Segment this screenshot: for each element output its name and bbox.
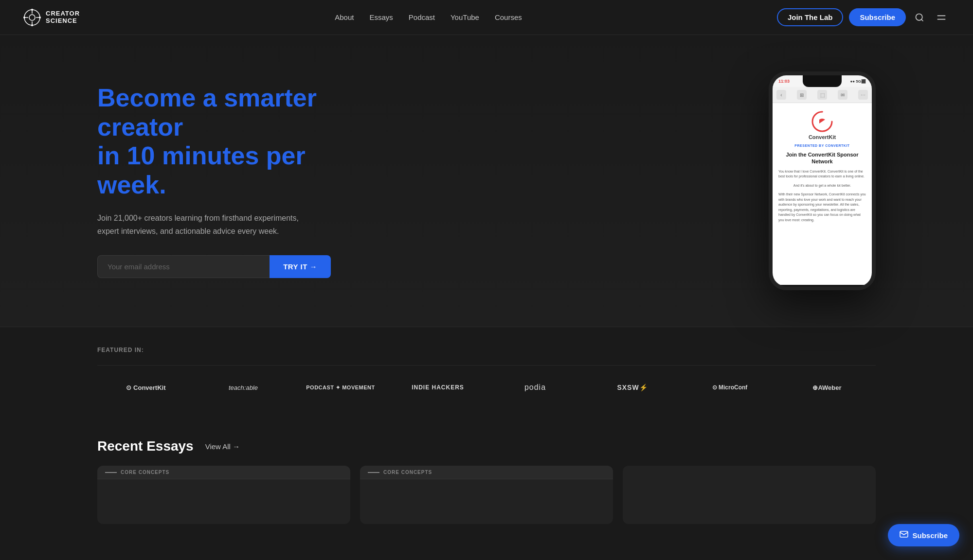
nav-item-about[interactable]: About (335, 13, 354, 21)
essay-cards-container: CORE CONCEPTS CORE CONCEPTS (97, 466, 876, 524)
svg-point-9 (39, 17, 41, 18)
featured-logo-podcast-movement: PODCAST ✦ MOVEMENT (292, 377, 389, 399)
phone-body2: And it's about to get a whole lot better… (793, 183, 851, 189)
featured-label: FEATURED IN: (97, 347, 876, 353)
featured-logos: ⊙ ConvertKit teach:able PODCAST ✦ MOVEME… (97, 365, 876, 400)
floating-subscribe-label: Subscribe (912, 531, 948, 540)
floating-subscribe-button[interactable]: Subscribe (888, 524, 959, 546)
convertkit-logo-icon (811, 111, 833, 132)
hero-section: Become a smarter creatorin 10 minutes pe… (0, 35, 973, 327)
nav-item-essays[interactable]: Essays (369, 13, 393, 21)
phone-content-area: ConvertKit PRESENTED BY CONVERTKIT Join … (773, 103, 872, 285)
phone-mockup: 11:03 ●● 5G⬛ ‹ ⊞ ⬚ ✉ ⋯ Convert (769, 71, 876, 290)
essays-section-header: Recent Essays View All → (97, 438, 876, 454)
browser-back-icon: ‹ (776, 90, 786, 100)
essay-card-1[interactable]: CORE CONCEPTS (97, 466, 350, 524)
nav-item-courses[interactable]: Courses (495, 13, 522, 21)
featured-logo-convertkit: ⊙ ConvertKit (97, 376, 195, 399)
search-button[interactable] (912, 10, 927, 25)
svg-point-10 (916, 14, 922, 20)
phone-brand-name: ConvertKit (809, 134, 836, 140)
essay-card-3[interactable] (623, 466, 876, 524)
browser-icon-1: ⊞ (797, 90, 807, 100)
view-all-link[interactable]: View All → (205, 442, 240, 451)
essay-card-1-tag-label: CORE CONCEPTS (121, 470, 169, 475)
essay-card-2[interactable]: CORE CONCEPTS (360, 466, 613, 524)
browser-icon-2: ⬚ (817, 90, 827, 100)
phone-notch (803, 75, 842, 87)
hero-content: Become a smarter creatorin 10 minutes pe… (97, 84, 350, 279)
featured-logo-podia: podia (486, 375, 584, 400)
search-icon (915, 13, 924, 22)
nav-actions: Join The Lab Subscribe (777, 8, 950, 26)
email-input[interactable] (97, 255, 270, 278)
featured-logo-indie-hackers: INDIE HACKERS (389, 376, 486, 399)
phone-body3: With their new Sponsor Network, ConvertK… (778, 192, 866, 223)
phone-time: 11:03 (778, 79, 790, 84)
join-the-lab-button[interactable]: Join The Lab (777, 8, 844, 26)
svg-rect-14 (900, 531, 908, 537)
svg-point-6 (31, 9, 33, 11)
tag-line-icon-2 (368, 472, 379, 473)
nav-item-youtube[interactable]: YouTube (450, 13, 479, 21)
phone-headline: Join the ConvertKit Sponsor Network (778, 151, 866, 165)
try-it-button[interactable]: TRY IT → (270, 255, 331, 278)
featured-logo-teachable: teach:able (195, 376, 292, 399)
nav-links: About Essays Podcast YouTube Courses (335, 13, 522, 22)
subscribe-nav-button[interactable]: Subscribe (849, 8, 906, 26)
browser-icon-3: ✉ (838, 90, 847, 100)
svg-point-8 (23, 17, 25, 18)
tag-line-icon (105, 472, 117, 473)
browser-icon-4: ⋯ (858, 90, 868, 100)
phone-presented-by: PRESENTED BY CONVERTKIT (794, 144, 849, 147)
convertkit-logo-area: ConvertKit (809, 111, 836, 140)
essay-card-1-tag: CORE CONCEPTS (97, 466, 350, 479)
essay-card-2-tag-label: CORE CONCEPTS (383, 470, 432, 475)
phone-network: ●● 5G⬛ (850, 79, 866, 84)
hero-subtitle: Join 21,000+ creators learning from firs… (97, 211, 350, 238)
featured-logo-microconf: ⊙ MicroConf (681, 376, 778, 399)
featured-logo-sxsw: SXSW⚡ (584, 376, 681, 399)
navbar: CREATORSCIENCE About Essays Podcast YouT… (0, 0, 973, 35)
phone-browser-bar: ‹ ⊞ ⬚ ✉ ⋯ (773, 87, 872, 103)
hero-form: TRY IT → (97, 255, 331, 278)
featured-logo-aweber: ⊕AWeber (778, 376, 876, 399)
logo-text: CREATORSCIENCE (46, 10, 80, 24)
hero-title: Become a smarter creatorin 10 minutes pe… (97, 84, 350, 200)
essays-section-title: Recent Essays (97, 438, 194, 454)
menu-button[interactable] (933, 9, 950, 26)
logo[interactable]: CREATORSCIENCE (23, 9, 80, 26)
svg-point-1 (29, 15, 35, 20)
hamburger-icon (936, 12, 947, 23)
svg-point-7 (31, 24, 33, 26)
nav-item-podcast[interactable]: Podcast (409, 13, 435, 21)
essay-card-2-tag: CORE CONCEPTS (360, 466, 613, 479)
envelope-icon (900, 531, 908, 540)
essays-section: Recent Essays View All → CORE CONCEPTS C… (0, 419, 973, 543)
phone-frame: 11:03 ●● 5G⬛ ‹ ⊞ ⬚ ✉ ⋯ Convert (769, 71, 876, 290)
phone-body1: You know that I love ConvertKit. Convert… (778, 169, 866, 179)
featured-section: FEATURED IN: ⊙ ConvertKit teach:able POD… (0, 327, 973, 419)
